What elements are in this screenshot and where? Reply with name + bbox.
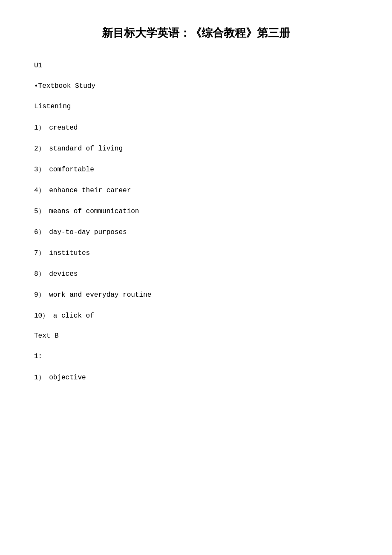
text-b-label: Text B [34,332,358,340]
text-b-items-list: 1） objective [34,373,358,382]
page-container: 新目标大学英语：《综合教程》第三册 U1 •Textbook Study Lis… [34,26,358,382]
sub-section: 1: [34,353,358,360]
list-item: 1） objective [34,373,358,382]
listening-section: Listening [34,103,358,110]
list-item: 4） enhance their career [34,186,358,195]
text-b-section: Text B [34,332,358,340]
listening-label: Listening [34,103,358,110]
list-item: 6） day-to-day purposes [34,228,358,237]
list-item: 2） standard of living [34,144,358,153]
list-item: 3） comfortable [34,165,358,174]
list-item: 8） devices [34,269,358,278]
list-item: 10） a click of [34,311,358,320]
unit-section: U1 [34,62,358,69]
unit-label: U1 [34,62,358,69]
listening-items-list: 1） created2） standard of living3） comfor… [34,123,358,320]
page-title: 新目标大学英语：《综合教程》第三册 [34,26,358,40]
list-item: 7） institutes [34,249,358,257]
list-item: 9） work and everyday routine [34,290,358,299]
sub-section-label: 1: [34,353,358,360]
textbook-study-section: •Textbook Study [34,82,358,90]
textbook-study-label: •Textbook Study [34,82,358,90]
list-item: 5） means of communication [34,207,358,216]
list-item: 1） created [34,123,358,132]
